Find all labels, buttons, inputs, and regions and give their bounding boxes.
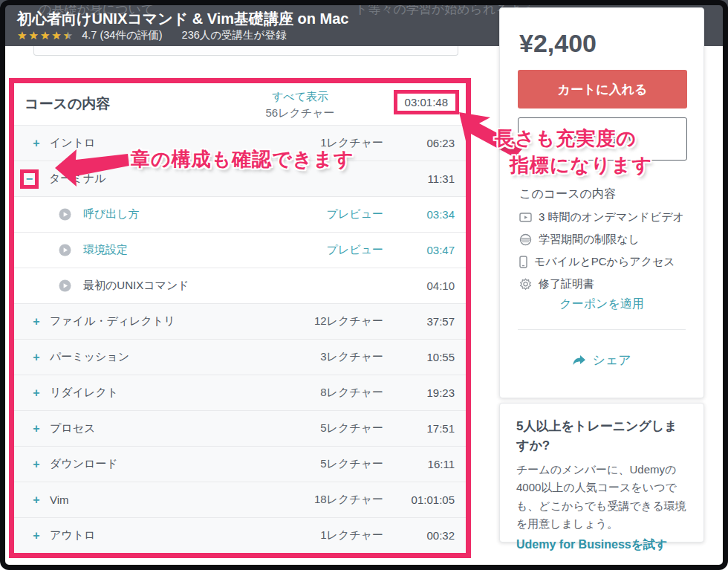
share-label: シェア (592, 352, 631, 369)
curriculum-section-row[interactable]: + イントロ 1レクチャー 06:23 (14, 125, 466, 161)
curriculum-section-row[interactable]: + ダウンロード 5レクチャー 16:11 (14, 446, 466, 482)
curriculum-section-row[interactable]: − ターミナル 11:31 (14, 161, 466, 196)
section-duration: 17:51 (397, 422, 455, 435)
section-lecture-count: 5レクチャー (300, 421, 383, 435)
udemy-for-business-link[interactable]: Udemy for Businessを試す (516, 537, 687, 553)
unlimited-icon (519, 233, 532, 246)
collapse-icon-highlight[interactable]: − (20, 169, 39, 189)
course-includes-title: このコースの内容 (519, 187, 692, 202)
section-lecture-count: 18レクチャー (300, 493, 383, 507)
course-content-box: コースの内容 すべて表示 56レクチャー 03:01:48 + イントロ 1レク… (9, 78, 471, 558)
section-duration: 37:57 (397, 315, 455, 328)
lecture-duration: 03:34 (397, 208, 455, 221)
curriculum-section-row[interactable]: + プロセス 5レクチャー 17:51 (14, 410, 466, 446)
lecture-title[interactable]: 環境設定 (83, 243, 128, 257)
share-button[interactable]: シェア (500, 352, 703, 369)
preview-link[interactable]: プレビュー (327, 207, 383, 221)
curriculum-lecture-row[interactable]: 呼び出し方 プレビュー 03:34 (14, 196, 466, 232)
curriculum-section-row[interactable]: + アウトロ 1レクチャー 00:32 (14, 517, 466, 553)
section-label: ターミナル (49, 172, 105, 186)
expand-icon[interactable]: + (30, 315, 42, 328)
feature-item: 3 時間のオンデマンドビデオ (519, 210, 692, 224)
expand-icon[interactable]: + (30, 351, 42, 364)
curriculum-section-row[interactable]: + Vim 18レクチャー 01:01:05 (14, 482, 466, 517)
rating-text: 4.7 (34件の評価) (82, 28, 162, 42)
section-duration: 00:32 (397, 529, 455, 542)
section-label: イントロ (50, 136, 95, 150)
play-icon (59, 208, 71, 221)
mobile-icon (519, 256, 527, 268)
purchase-card: ¥2,400 カートに入れる 今すぐ購入 このコースの内容 3 時間のオンデマン… (499, 7, 704, 398)
section-label: プロセス (50, 421, 95, 435)
expand-icon[interactable]: + (30, 458, 42, 471)
feature-list: 3 時間のオンデマンドビデオ 学習期間の制限なし モバイルとPCからアクセス 修… (519, 210, 692, 291)
divider (518, 329, 686, 330)
business-card-title: 5人以上をトレーニングしますか? (516, 417, 687, 455)
feature-label: モバイルとPCからアクセス (534, 255, 675, 269)
preview-link[interactable]: プレビュー (327, 243, 383, 257)
curriculum-header: コースの内容 すべて表示 56レクチャー 03:01:48 (14, 83, 466, 125)
play-icon (59, 244, 71, 256)
section-duration: 01:01:05 (397, 493, 455, 506)
buy-now-button[interactable]: 今すぐ購入 (518, 117, 687, 161)
course-includes: このコースの内容 3 時間のオンデマンドビデオ 学習期間の制限なし モバイルとP… (519, 187, 692, 291)
expand-icon[interactable]: + (30, 493, 42, 507)
total-duration-highlight: 03:01:48 (394, 90, 459, 114)
feature-item: モバイルとPCからアクセス (519, 255, 692, 269)
lecture-title[interactable]: 最初のUNIXコマンド (83, 279, 189, 293)
curriculum-section-row[interactable]: + ファイル・ディレクトリ 12レクチャー 37:57 (14, 303, 466, 339)
previous-section-edge (33, 46, 458, 56)
certificate-icon (519, 278, 532, 291)
section-label: ファイル・ディレクトリ (50, 314, 175, 328)
curriculum-section-row[interactable]: + パーミッション 3レクチャー 10:55 (14, 339, 466, 375)
business-card-body: チームのメンバーに、Udemyの4000以上の人気コースをいつでも、どこからでも… (516, 461, 687, 533)
curriculum-lecture-row[interactable]: 最初のUNIXコマンド 04:10 (14, 268, 466, 303)
section-duration: 06:23 (397, 137, 455, 149)
curriculum-lecture-row[interactable]: 環境設定 プレビュー 03:47 (14, 232, 466, 268)
lecture-duration: 03:47 (397, 244, 455, 256)
video-icon (519, 212, 532, 223)
add-to-cart-button[interactable]: カートに入れる (518, 70, 687, 109)
page-title: 初心者向けUNIXコマンド & Vim基礎講座 on Mac (17, 9, 348, 29)
expand-icon[interactable]: + (30, 386, 42, 400)
lecture-title[interactable]: 呼び出し方 (83, 207, 140, 221)
feature-label: 修了証明書 (539, 277, 594, 291)
star-rating-icon: ★★★★★★★★★★ (17, 30, 74, 41)
section-duration: 10:55 (397, 351, 455, 363)
section-label: ダウンロード (50, 457, 118, 471)
section-lecture-count: 1レクチャー (300, 136, 383, 150)
apply-coupon-link[interactable]: クーポンを適用 (500, 297, 703, 312)
expand-icon[interactable]: + (30, 422, 42, 435)
feature-label: 3 時間のオンデマンドビデオ (539, 210, 684, 224)
section-lecture-count: 12レクチャー (300, 314, 383, 328)
section-lecture-count: 3レクチャー (300, 350, 383, 364)
feature-item: 修了証明書 (519, 277, 692, 291)
expand-icon[interactable]: + (30, 137, 42, 150)
expand-icon[interactable]: − (26, 172, 33, 186)
rating-row: ★★★★★★★★★★ 4.7 (34件の評価) 236人の受講生が登録 (17, 28, 286, 42)
lecture-duration: 04:10 (397, 279, 455, 292)
section-label: アウトロ (50, 528, 95, 543)
feature-label: 学習期間の制限なし (539, 233, 640, 247)
share-icon (572, 354, 586, 366)
section-duration: 11:31 (397, 172, 455, 185)
section-lecture-count: 8レクチャー (300, 386, 383, 400)
section-lecture-count: 1レクチャー (300, 528, 383, 543)
section-label: リダイレクト (50, 386, 118, 400)
business-card: 5人以上をトレーニングしますか? チームのメンバーに、Udemyの4000以上の… (499, 403, 704, 543)
section-duration: 19:23 (397, 386, 455, 399)
students-count: 236人の受講生が登録 (182, 28, 287, 42)
price: ¥2,400 (519, 29, 703, 58)
section-lecture-count: 5レクチャー (300, 457, 383, 471)
section-label: Vim (50, 493, 69, 506)
curriculum-section-row[interactable]: + リダイレクト 8レクチャー 19:23 (14, 375, 466, 410)
curriculum-list: + イントロ 1レクチャー 06:23 − ターミナル 11:31 呼び出し方 … (14, 125, 466, 553)
expand-icon[interactable]: + (30, 529, 42, 543)
section-label: パーミッション (50, 350, 129, 364)
page: の基礎が身について ト等々の学習が始められるよう になる 初心者向けUNIXコマ… (0, 0, 728, 570)
play-icon (59, 279, 71, 292)
section-duration: 16:11 (397, 458, 455, 470)
feature-item: 学習期間の制限なし (519, 233, 692, 247)
